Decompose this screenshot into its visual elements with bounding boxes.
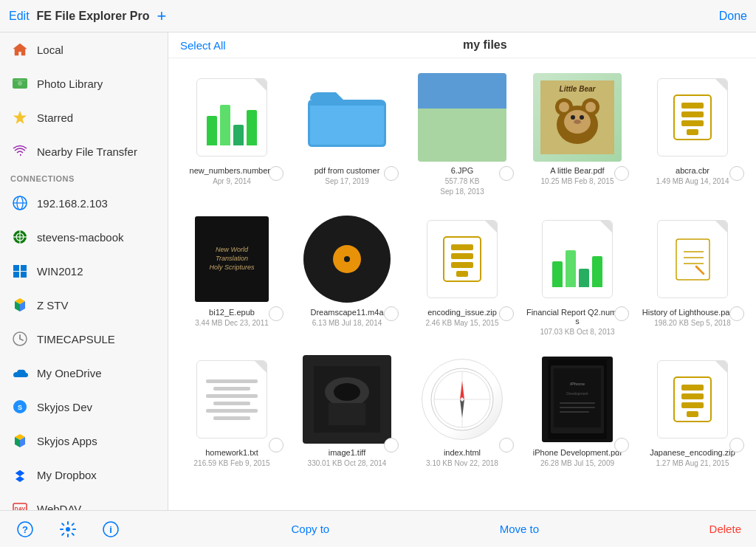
file-item-iphonedev[interactable]: iPhone Development iPhone Development.pd… [523,349,632,475]
sidebar-conn-9-label: My Dropbox [37,469,97,481]
file-item-txt[interactable]: homework1.txt 216.59 KB Feb 9, 2015 [177,349,286,475]
file-thumb-cbr [648,73,737,162]
file-item-numbers[interactable]: new_numbers.numbers Apr 9, 2014 [177,67,286,203]
sidebar-item-starred[interactable]: Starred [0,100,168,134]
file-item-zip2[interactable]: Japanese_encoding.zip 1.27 MB Aug 21, 20… [638,349,747,475]
file-name: encoding_issue.zip [427,308,497,317]
file-select-radio[interactable] [729,306,744,321]
edit-button[interactable]: Edit [9,10,30,23]
file-item-cbr[interactable]: abcra.cbr 1.49 MB Aug 14, 2014 [638,67,747,203]
copy-to-button[interactable]: Copy to [292,523,330,535]
svg-point-73 [66,527,70,531]
file-item-m4a[interactable]: Dreamscape11.m4a 6.13 MB Jul 18, 2014 [292,209,402,343]
sidebar-item-macbook[interactable]: stevens-macbook [0,220,168,254]
file-select-radio[interactable] [269,306,284,321]
svg-text:S: S [18,404,22,411]
sidebar-item-skyjos-dev[interactable]: S Skyjos Dev [0,390,168,424]
file-thumb-pages [648,215,737,303]
svg-rect-68 [681,393,704,399]
file-thumb-folder [303,73,391,162]
sidebar-item-timecapsule[interactable]: TIMECAPSULE [0,322,168,356]
file-select-radio[interactable] [499,306,514,321]
globe-icon [10,193,30,213]
file-item-tiff[interactable]: image1.tiff 330.01 KB Oct 28, 2014 [292,349,402,475]
file-select-radio[interactable] [384,438,399,453]
file-item-jpg[interactable]: 6.JPG 557.78 KB Sep 18, 2013 [408,67,517,203]
sidebar-item-photo-label: Photo Library [37,78,103,90]
file-meta: 1.49 MB Aug 14, 2014 [656,176,729,187]
bear-icon: Little Bear [533,73,622,162]
svg-text:Little Bear: Little Bear [560,85,597,93]
svg-text:Development: Development [566,391,588,396]
file-name: Dreamscape11.m4a [310,308,383,317]
select-all-button[interactable]: Select All [180,39,226,52]
windows-icon [10,261,30,281]
file-select-radio[interactable] [614,306,629,321]
sidebar-item-nearby[interactable]: Nearby File Transfer [0,134,168,168]
file-name: abcra.cbr [676,166,709,175]
sidebar-item-dropbox[interactable]: My Dropbox [0,458,168,492]
file-thumb-bear: Little Bear [533,73,622,162]
file-select-radio[interactable] [499,438,514,453]
drive-icon [10,295,30,314]
info-button[interactable]: i [100,519,121,540]
iphonedev-icon: iPhone Development [542,357,613,442]
add-button[interactable]: + [157,7,167,26]
onedrive-icon [10,363,30,382]
settings-button[interactable] [58,519,78,540]
file-select-radio[interactable] [729,438,744,453]
file-select-radio[interactable] [729,166,744,181]
help-button[interactable]: ? [15,519,35,540]
file-select-radio[interactable] [614,166,629,181]
file-thumb-html [418,355,506,444]
sidebar-item-local[interactable]: Local [0,32,168,66]
file-item-numbers2[interactable]: Financial Report Q2.numbers 107.03 KB Oc… [523,209,632,343]
sidebar-item-win2012[interactable]: WIN2012 [0,254,168,288]
zip-icon [427,220,498,298]
sidebar: Local Photo Library Starred [0,32,168,510]
svg-point-29 [585,102,596,112]
file-select-radio[interactable] [384,166,399,181]
sidebar-item-webdav[interactable]: DAV WebDAV [0,492,168,510]
file-name: pdf from customer [315,166,380,175]
sidebar-item-zstv[interactable]: Z STV [0,288,168,322]
svg-point-31 [571,115,575,120]
file-grid: new_numbers.numbers Apr 9, 2014 pdf from… [168,58,756,510]
file-item-bear[interactable]: Little Bear A little Bea [523,67,632,203]
archive-svg [670,92,715,143]
sidebar-item-photo-library[interactable]: Photo Library [0,66,168,100]
file-select-radio[interactable] [269,166,284,181]
file-meta: 6.13 MB Jul 18, 2014 [312,318,382,328]
sidebar-conn-6-label: My OneDrive [37,367,102,379]
file-meta: 3.44 MB Dec 23, 2011 [195,318,269,328]
tiff-svg [314,366,380,433]
file-name: iPhone Development.pdf [533,448,622,457]
zip2-svg [670,374,715,425]
content-area: Select All my files new_numbers.nu [168,32,756,510]
sidebar-item-skyjos-apps[interactable]: Skyjos Apps [0,424,168,458]
file-item-zip1[interactable]: encoding_issue.zip 2.46 KB May 15, 2015 [408,209,517,343]
sidebar-conn-3-label: WIN2012 [37,265,83,278]
file-thumb-m4a [303,215,391,303]
file-item-epub[interactable]: New World TranslationHoly Scriptures bi1… [177,209,286,343]
file-select-radio[interactable] [614,438,629,453]
done-button[interactable]: Done [719,10,747,23]
sidebar-conn-8-label: Skyjos Apps [37,435,97,447]
file-item-folder[interactable]: pdf from customer Sep 17, 2019 [292,67,402,203]
file-item-html[interactable]: index.html 3.10 KB Nov 22, 2018 [408,349,517,475]
top-bar: Edit FE File Explorer Pro + Done [0,0,756,32]
file-name: Japanese_encoding.zip [650,448,735,457]
content-header: Select All my files [168,32,756,58]
file-select-radio[interactable] [384,306,399,321]
delete-button[interactable]: Delete [709,523,741,535]
webdav-icon: DAV [10,499,30,510]
file-name: index.html [444,448,481,457]
sidebar-item-192[interactable]: 192.168.2.103 [0,186,168,220]
move-to-button[interactable]: Move to [500,523,539,535]
file-item-pages[interactable]: History of Lighthouse.pages 198.20 KB Se… [638,209,747,343]
file-select-radio[interactable] [269,438,284,453]
file-select-radio[interactable] [499,166,514,181]
sidebar-item-onedrive[interactable]: My OneDrive [0,356,168,390]
sidebar-conn-5-label: TIMECAPSULE [37,333,115,345]
file-meta: 198.20 KB Sep 5, 2018 [654,318,730,328]
